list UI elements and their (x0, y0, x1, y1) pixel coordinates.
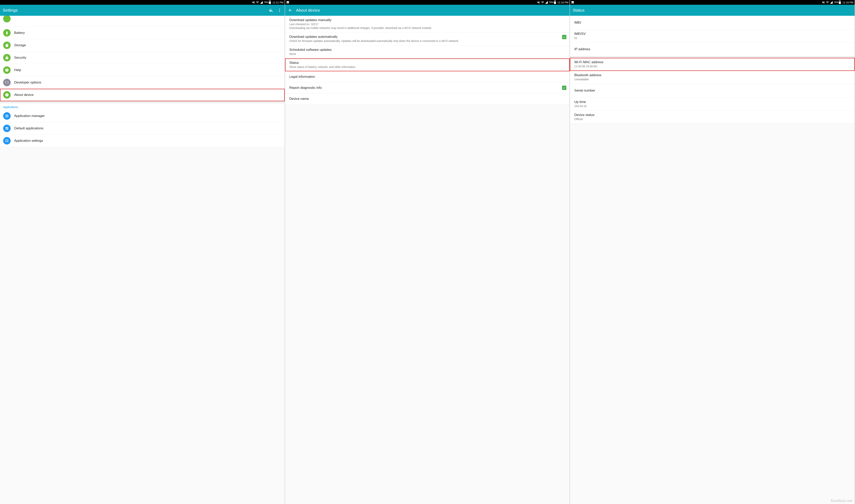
item-wifi-mac[interactable]: Wi-Fi MAC address 12:34:56:78:9A:BC (570, 58, 855, 71)
apps-settings-icon (3, 137, 11, 144)
item-label: Security (14, 56, 281, 60)
section-divider (570, 56, 855, 58)
apps-default-icon (3, 125, 11, 132)
item-device-name[interactable]: Device name (285, 93, 570, 104)
wifi-icon (541, 1, 544, 4)
checkbox-checked-icon[interactable] (562, 86, 566, 90)
item-device-status[interactable]: Device status Official (570, 111, 855, 124)
item-label: Legal information (290, 75, 566, 79)
battery-indicator: 78% (549, 1, 556, 4)
battery-percent: 78% (549, 1, 554, 4)
item-download-manual[interactable]: Download updates manually Last checked o… (285, 16, 570, 33)
item-subtext: Show status of battery, network, and oth… (290, 65, 566, 69)
status-list: IMEI IMEISV 01 IP address Wi-Fi MAC addr… (570, 16, 855, 504)
help-icon (3, 66, 11, 74)
signal-icon (545, 1, 548, 4)
mute-icon (537, 1, 540, 4)
apps-grid-icon (3, 112, 11, 120)
page-title: About device (296, 8, 567, 13)
section-header-applications: Applications (0, 103, 285, 110)
checkbox-checked-icon[interactable] (562, 35, 566, 39)
item-ip-address[interactable]: IP address (570, 42, 855, 56)
item-label: IP address (574, 47, 852, 51)
item-subtext: 12:34:56:78:9A:BC (574, 65, 852, 68)
item-label: IMEISV (574, 32, 852, 36)
item-label: Application settings (14, 139, 281, 143)
item-scheduled-updates[interactable]: Scheduled software updates None (285, 46, 570, 58)
status-bar: 78% 11:16 PM (285, 0, 570, 5)
item-label: Up time (574, 100, 852, 104)
settings-item-app-manager[interactable]: Application manager (0, 110, 285, 122)
overflow-menu-icon[interactable] (277, 8, 282, 13)
item-label: Device name (290, 97, 566, 101)
settings-item-help[interactable]: Help (0, 64, 285, 76)
item-imei[interactable]: IMEI (570, 16, 855, 30)
item-label: Application manager (14, 114, 281, 118)
item-subtext: 255:44:16 (574, 104, 852, 108)
sd-card-icon (3, 41, 11, 49)
item-serial-number[interactable]: Serial number (570, 84, 855, 98)
item-label: Report diagnostic info (290, 86, 559, 90)
back-icon[interactable] (288, 8, 293, 13)
item-label: Storage (14, 43, 281, 47)
item-bluetooth-address[interactable]: Bluetooth address Unavailable (570, 71, 855, 84)
item-label: Serial number (574, 89, 852, 92)
svg-point-2 (279, 11, 280, 12)
about-list: Download updates manually Last checked o… (285, 16, 570, 504)
list-item[interactable] (0, 16, 285, 27)
wifi-icon (826, 1, 829, 4)
battery-percent: 78% (834, 1, 838, 4)
settings-item-storage[interactable]: Storage (0, 39, 285, 52)
signal-icon (830, 1, 833, 4)
settings-item-developer[interactable]: Developer options (0, 76, 285, 89)
item-label: Download updates automatically (290, 35, 559, 39)
item-imeisv[interactable]: IMEISV 01 (570, 30, 855, 42)
settings-item-security[interactable]: Security (0, 52, 285, 64)
battery-indicator: 78% (264, 1, 271, 4)
settings-item-battery[interactable]: Battery (0, 27, 285, 39)
item-download-auto[interactable]: Download updates automatically Check for… (285, 33, 570, 46)
app-bar: Settings (0, 5, 285, 16)
item-subtext: Check for firmware updates automatically… (290, 39, 559, 43)
item-subtext: Last checked on: 3/2/17 Downloading via … (290, 22, 566, 30)
settings-item-about[interactable]: About device (0, 89, 285, 101)
item-label: Battery (14, 31, 281, 35)
search-icon[interactable] (269, 8, 274, 13)
item-label: IMEI (574, 21, 852, 24)
item-label: Default applications (14, 126, 281, 130)
wifi-icon (256, 1, 259, 4)
item-label: Scheduled software updates (290, 48, 566, 52)
battery-percent: 78% (264, 1, 268, 4)
battery-indicator: 78% (834, 1, 841, 4)
screen-settings: 78% 11:21 PM Settings Battery (0, 0, 285, 504)
settings-item-default-apps[interactable]: Default applications (0, 122, 285, 135)
item-label: Developer options (14, 80, 281, 85)
item-label: Bluetooth address (574, 73, 852, 77)
item-label: Download updates manually (290, 18, 566, 22)
settings-item-app-settings[interactable]: Application settings (0, 135, 285, 147)
screenshot-icon (286, 1, 290, 4)
item-label: Device status (574, 113, 852, 117)
item-uptime[interactable]: Up time 255:44:16 (570, 98, 855, 111)
item-subtext: Unavailable (574, 77, 852, 81)
app-bar: Status (570, 5, 855, 16)
screen-about-device: 78% 11:16 PM About device Download updat… (285, 0, 570, 504)
status-bar: 78% 11:16 PM (570, 0, 855, 5)
item-status[interactable]: Status Show status of battery, network, … (285, 58, 570, 71)
item-subtext: None (290, 52, 566, 56)
status-bar: 78% 11:21 PM (0, 0, 285, 5)
page-title: Status (573, 8, 852, 13)
item-report-diagnostic[interactable]: Report diagnostic info (285, 82, 570, 93)
item-subtext: 01 (574, 36, 852, 40)
settings-list: Battery Storage Security Help (0, 16, 285, 504)
signal-icon (260, 1, 263, 4)
item-label: Wi-Fi MAC address (574, 60, 852, 64)
screen-status: 78% 11:16 PM Status IMEI IMEISV 01 IP ad… (570, 0, 855, 504)
clock: 11:21 PM (273, 1, 283, 4)
item-label: Status (290, 61, 566, 65)
item-legal[interactable]: Legal information (285, 71, 570, 82)
mute-icon (252, 1, 255, 4)
info-icon (3, 91, 11, 98)
svg-point-1 (279, 10, 280, 11)
clock: 11:16 PM (558, 1, 569, 4)
